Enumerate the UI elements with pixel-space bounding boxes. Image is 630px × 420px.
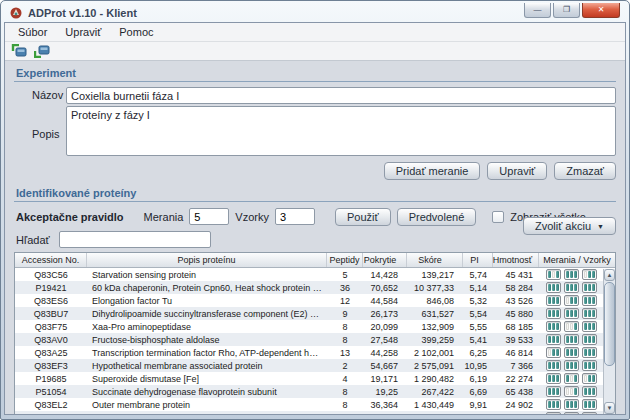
cell-peptides: 8 [327, 400, 363, 410]
cell-description: Elongation factor Tu [87, 296, 327, 306]
cell-mass: 45 880 [493, 309, 539, 319]
table-row[interactable] [15, 411, 615, 414]
minimize-button[interactable]: — [524, 3, 551, 18]
cell-mass: 58 284 [493, 283, 539, 293]
nazov-input[interactable] [66, 87, 616, 104]
col-coverage[interactable]: Pokrytie [363, 253, 407, 267]
cell-coverage: 19,171 [363, 374, 407, 384]
delete-button[interactable]: Zmazať [554, 162, 616, 180]
sample-meter [564, 412, 579, 414]
col-samples[interactable]: Merania / Vzorky [539, 253, 615, 267]
sample-meter [546, 399, 561, 410]
cell-pi: 5,41 [463, 335, 493, 345]
cell-pi: 5,14 [463, 283, 493, 293]
popis-textarea[interactable]: Proteíny z fázy I [66, 106, 616, 156]
menu-upravit[interactable]: Upraviť [56, 24, 110, 40]
main-panel: Experiment Názov Popis Proteíny z fázy I… [5, 61, 625, 414]
menu-pomoc[interactable]: Pomoc [110, 24, 162, 40]
table-row[interactable]: P19421 60 kDa chaperonin, Protein Cpn60,… [15, 281, 615, 294]
sample-meter [582, 308, 597, 319]
col-description[interactable]: Popis proteínu [87, 253, 327, 267]
table-row[interactable]: Q83EL2 Outer membrane protein 8 36,364 1… [15, 398, 615, 411]
app-window: ADProt v1.10 - Klient — ❐ ✕ Súbor Upravi… [0, 0, 630, 420]
table-row[interactable]: Q83A25 Transcription termination factor … [15, 346, 615, 359]
vertical-scrollbar[interactable]: ▲ ▼ [603, 269, 615, 414]
sample-meter [582, 386, 597, 397]
col-score[interactable]: Skóre [407, 253, 463, 267]
cell-description: 60 kDa chaperonin, Protein Cpn60, Heat s… [87, 283, 327, 293]
cell-coverage: 20,099 [363, 322, 407, 332]
menu-bar: Súbor Upraviť Pomoc [5, 23, 625, 42]
sample-meter [546, 347, 561, 358]
sample-meter [564, 269, 579, 280]
import-icon[interactable] [9, 43, 29, 60]
scroll-up-icon[interactable]: ▲ [604, 269, 615, 281]
table-row[interactable]: Q83EF3 Hypothetical membrane associated … [15, 359, 615, 372]
sample-meter [546, 295, 561, 306]
cell-score: 1 430,449 [407, 400, 463, 410]
sample-meter [564, 308, 579, 319]
sample-meter [582, 282, 597, 293]
table-row[interactable]: Q83F75 Xaa-Pro aminopeptidase 8 20,099 1… [15, 320, 615, 333]
cell-pi: 6,19 [463, 374, 493, 384]
cell-score: 267,422 [407, 387, 463, 397]
sample-meter [564, 360, 579, 371]
cell-mass: 46 814 [493, 348, 539, 358]
cell-accession: Q83A25 [15, 348, 87, 358]
add-measurement-button[interactable]: Pridať meranie [384, 162, 481, 180]
popis-label: Popis [14, 106, 66, 156]
cell-pi: 5,55 [463, 322, 493, 332]
cell-peptides: 5 [327, 270, 363, 280]
maximize-button[interactable]: ❐ [553, 3, 580, 18]
cell-samples [539, 347, 603, 358]
edit-button[interactable]: Upraviť [487, 162, 547, 180]
merania-input[interactable] [189, 208, 229, 225]
cell-accession: P51054 [15, 387, 87, 397]
sample-meter [546, 360, 561, 371]
cell-pi: 6,69 [463, 387, 493, 397]
cell-accession: Q83EF3 [15, 361, 87, 371]
apply-button[interactable]: Použiť [335, 208, 391, 226]
col-peptides[interactable]: Peptidy [327, 253, 363, 267]
col-mass[interactable]: Hmotnosť [493, 253, 539, 267]
show-all-checkbox[interactable] [492, 211, 504, 223]
scrollbar-thumb[interactable] [604, 282, 615, 366]
table-row[interactable]: Q83AV0 Fructose-bisphosphate aldolase 8 … [15, 333, 615, 346]
cell-mass: 7 366 [493, 361, 539, 371]
search-input[interactable] [59, 231, 211, 248]
sample-meter [546, 386, 561, 397]
protein-table-header: Accession No. Popis proteínu Peptidy Pok… [15, 253, 615, 268]
col-pi[interactable]: PI [463, 253, 493, 267]
cell-samples [539, 282, 603, 293]
choose-action-button[interactable]: Zvoliť akciu ▼ [523, 217, 616, 235]
toolbar [5, 42, 625, 61]
sample-meter [582, 373, 597, 384]
cell-coverage: 54,667 [363, 361, 407, 371]
table-row[interactable]: Q83ES6 Elongation factor Tu 12 44,584 84… [15, 294, 615, 307]
vzorky-input[interactable] [275, 208, 315, 225]
window-title: ADProt v1.10 - Klient [28, 7, 137, 19]
cell-score: 2 102,001 [407, 348, 463, 358]
cell-coverage: 44,258 [363, 348, 407, 358]
table-row[interactable]: P51054 Succinate dehydrogenase flavoprot… [15, 385, 615, 398]
col-accession[interactable]: Accession No. [15, 253, 87, 267]
table-row[interactable]: Q83BU7 Dihydrolipoamide succinyltransfer… [15, 307, 615, 320]
table-row[interactable]: P19685 Superoxide dismutase [Fe] 4 19,17… [15, 372, 615, 385]
close-button[interactable]: ✕ [582, 3, 620, 18]
search-label: Hľadať [16, 234, 50, 246]
cell-samples [539, 269, 603, 280]
sample-meter [546, 269, 561, 280]
cell-mass: 22 274 [493, 374, 539, 384]
menu-subor[interactable]: Súbor [9, 24, 56, 40]
table-row[interactable]: Q83C56 Starvation sensing protein 5 14,4… [15, 268, 615, 281]
sample-meter [564, 399, 579, 410]
cell-accession: Q83C56 [15, 270, 87, 280]
export-icon[interactable] [32, 43, 52, 60]
scroll-down-icon[interactable]: ▼ [604, 402, 615, 414]
cell-coverage: 27,548 [363, 335, 407, 345]
proteins-section: Identifikované proteíny Akceptačne pravi… [14, 186, 616, 414]
cell-description: Xaa-Pro aminopeptidase [87, 322, 327, 332]
default-button[interactable]: Predvolené [397, 208, 477, 226]
cell-description: Transcription termination factor Rho, AT… [87, 348, 327, 358]
sample-meter [564, 386, 579, 397]
